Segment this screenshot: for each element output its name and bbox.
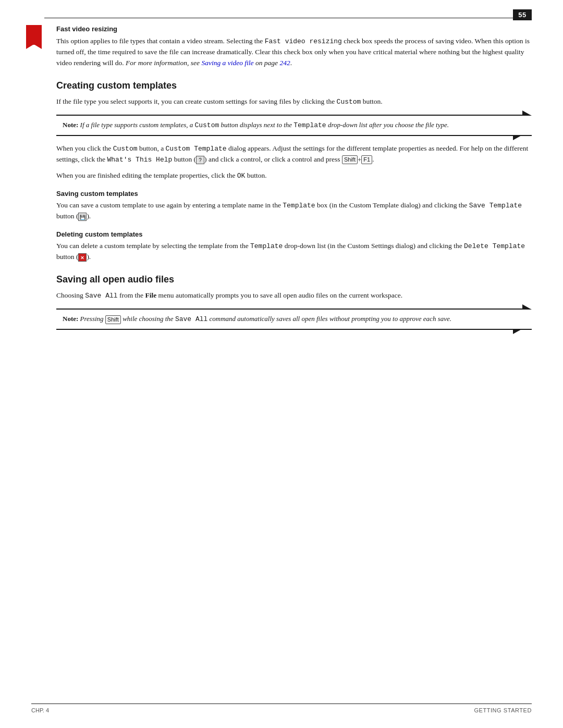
saving-audio-mid: from the xyxy=(118,291,145,299)
creating-custom-intro-text: If the file type you select supports it,… xyxy=(56,97,337,105)
deleting-custom-heading: Deleting custom templates xyxy=(56,230,532,238)
saving-audio-bold: File xyxy=(145,291,156,299)
page-footer: CHP. 4 GETTING STARTED xyxy=(31,704,532,713)
note-box-2: Note: Pressing Shift while choosing the … xyxy=(56,309,532,330)
body2-mono3: What's This Help xyxy=(107,156,172,164)
saving-audio-mono: Save All xyxy=(85,292,117,300)
note2-content: Note: Pressing Shift while choosing the … xyxy=(56,310,532,329)
saving-custom-subsection: Saving custom templates You can save a c… xyxy=(56,190,532,222)
deleting-custom-subsection: Deleting custom templates You can delete… xyxy=(56,230,532,263)
creating-custom-intro: If the file type you select supports it,… xyxy=(56,96,532,107)
fast-video-on-page: on page xyxy=(254,59,280,67)
note1-italic3: drop-down list after you choose the file… xyxy=(326,121,449,129)
bookmark-icon xyxy=(26,25,42,45)
fast-video-period: . xyxy=(290,59,292,67)
saving-custom-body: You can save a custom template to use ag… xyxy=(56,200,532,222)
note2-shift-key: Shift xyxy=(105,315,121,324)
note2-italic-pre: Pressing xyxy=(78,315,105,323)
body3-mono: OK xyxy=(237,172,246,180)
body3-end: button. xyxy=(245,171,266,179)
note2-text: Note: Pressing Shift while choosing the … xyxy=(63,314,525,325)
top-rule xyxy=(44,18,532,18)
page-number: 55 xyxy=(513,9,532,20)
plus-sign: + xyxy=(358,156,361,164)
deleting-custom-body: You can delete a custom template by sele… xyxy=(56,241,532,263)
fast-video-body-mono: Fast video resizing xyxy=(265,38,342,45)
deleting-custom-pre: You can delete a custom template by sele… xyxy=(56,242,250,250)
body2-mono1: Custom xyxy=(113,145,138,153)
saving-audio-heading: Saving all open audio files xyxy=(56,274,532,285)
saving-custom-heading: Saving custom templates xyxy=(56,190,532,198)
save-template-icon: 💾 xyxy=(78,213,87,221)
f1-key: F1 xyxy=(361,155,372,164)
delete-template-icon: ✕ xyxy=(78,253,87,262)
saving-custom-mono1: Template xyxy=(283,202,315,209)
note1-text: Note: If a file type supports custom tem… xyxy=(63,120,525,131)
fast-video-section: Fast video resizing This option applies … xyxy=(56,25,532,69)
note1-label: Note: xyxy=(63,121,78,129)
deleting-custom-mid: drop-down list (in the Custom Settings d… xyxy=(283,242,464,250)
body2-pre: When you click the xyxy=(56,144,113,152)
saving-audio-heading-wrapper: Saving all open audio files xyxy=(56,274,532,285)
deleting-custom-end: button ( xyxy=(56,253,78,261)
fast-video-body: This option applies to file types that c… xyxy=(56,36,532,69)
fast-video-page-num[interactable]: 242 xyxy=(279,59,290,67)
body2-mono2: Custom Template xyxy=(166,145,227,153)
fast-video-title: Fast video resizing xyxy=(56,25,532,33)
saving-custom-end: button ( xyxy=(56,212,78,220)
saving-custom-close: ). xyxy=(87,212,91,220)
note1-mono2: Template xyxy=(293,121,326,129)
creating-custom-heading-wrapper: Creating custom templates xyxy=(56,80,532,91)
note1-content: Note: If a file type supports custom tem… xyxy=(56,116,532,135)
note2-label: Note: xyxy=(63,315,78,323)
body2-mid1: button, a xyxy=(138,144,166,152)
body2-mid3: button ( xyxy=(172,155,196,163)
saving-audio-body: Choosing Save All from the File menu aut… xyxy=(56,290,532,301)
fast-video-body-text1: This option applies to file types that c… xyxy=(56,37,265,45)
body2-end: . xyxy=(372,155,374,163)
footer-section: GETTING STARTED xyxy=(474,707,532,713)
note1-mono1: Custom xyxy=(194,121,219,129)
shift-key: Shift xyxy=(342,155,358,164)
saving-audio-rest: menu automatically prompts you to save a… xyxy=(156,291,402,299)
note2-italic-rest: command automatically saves all open fil… xyxy=(207,315,451,323)
note2-italic-mid: while choosing the xyxy=(121,315,175,323)
note1-italic2: button displays next to the xyxy=(219,121,293,129)
saving-custom-mono2: Save Template xyxy=(469,202,522,209)
note2-top-line xyxy=(56,309,522,310)
saving-custom-mid: box (in the Custom Template dialog) and … xyxy=(315,201,469,209)
fast-video-italic: For more information, see xyxy=(126,59,201,67)
creating-custom-body2: When you click the Custom button, a Cust… xyxy=(56,143,532,165)
body3-pre: When you are finished editing the templa… xyxy=(56,171,237,179)
note-box-1: Note: If a file type supports custom tem… xyxy=(56,115,532,136)
deleting-custom-mono2: Delete Template xyxy=(464,242,525,250)
whats-this-help-icon: ? xyxy=(196,156,204,164)
deleting-custom-mono1: Template xyxy=(250,242,283,250)
creating-custom-body3: When you are finished editing the templa… xyxy=(56,170,532,181)
body2-mid4: ) and click a control, or click a contro… xyxy=(204,155,342,163)
fast-video-link[interactable]: Saving a video file xyxy=(201,59,253,67)
saving-audio-pre: Choosing xyxy=(56,291,85,299)
page-number-area: 55 xyxy=(513,9,532,20)
creating-custom-heading: Creating custom templates xyxy=(56,80,532,91)
saving-custom-pre: You can save a custom template to use ag… xyxy=(56,201,283,209)
deleting-custom-close: ). xyxy=(87,253,91,261)
note2-bottom-line xyxy=(56,329,532,330)
note1-top-line xyxy=(56,115,522,116)
note2-mono: Save All xyxy=(175,315,207,323)
creating-custom-intro-rest: button. xyxy=(361,97,382,105)
footer-chapter: CHP. 4 xyxy=(31,707,49,713)
note1-bottom-line xyxy=(56,135,532,136)
note1-italic1: If a file type supports custom templates… xyxy=(78,121,194,129)
page-container: 55 Fast video resizing This option appli… xyxy=(0,0,563,728)
creating-custom-intro-mono: Custom xyxy=(337,98,361,106)
main-content: Fast video resizing This option applies … xyxy=(56,25,532,337)
